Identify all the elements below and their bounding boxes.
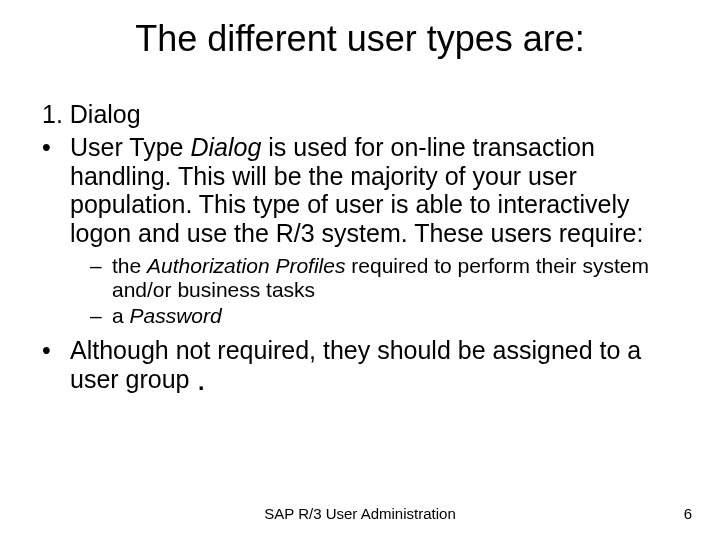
bullet-text: User Type Dialog is used for on-line tra… (70, 133, 678, 248)
list-heading: 1. Dialog (42, 100, 678, 129)
bullet-text: Although not required, they should be as… (70, 336, 678, 394)
period-dot: . (196, 359, 205, 397)
sub-item-1: – the Authorization Profiles required to… (90, 254, 678, 302)
text-em: Password (130, 304, 222, 327)
text-pre: the (112, 254, 147, 277)
slide: The different user types are: 1. Dialog … (0, 0, 720, 540)
bullet-item-2: • Although not required, they should be … (42, 336, 678, 394)
bullet-dot: • (42, 336, 70, 394)
text-pre: User Type (70, 133, 190, 161)
bullet-dot: • (42, 133, 70, 248)
slide-body: 1. Dialog • User Type Dialog is used for… (0, 70, 720, 394)
slide-title: The different user types are: (0, 0, 720, 70)
sub-text: the Authorization Profiles required to p… (112, 254, 678, 302)
text: Although not required, they should be as… (70, 336, 641, 393)
text-em: Authorization Profiles (147, 254, 345, 277)
bullet-item-1: • User Type Dialog is used for on-line t… (42, 133, 678, 248)
sub-text: a Password (112, 304, 678, 328)
text-pre: a (112, 304, 130, 327)
dash: – (90, 304, 112, 328)
footer-center: SAP R/3 User Administration (0, 505, 720, 522)
sub-list: – the Authorization Profiles required to… (42, 254, 678, 328)
page-number: 6 (684, 505, 692, 522)
text-em: Dialog (190, 133, 261, 161)
sub-item-2: – a Password (90, 304, 678, 328)
dash: – (90, 254, 112, 302)
